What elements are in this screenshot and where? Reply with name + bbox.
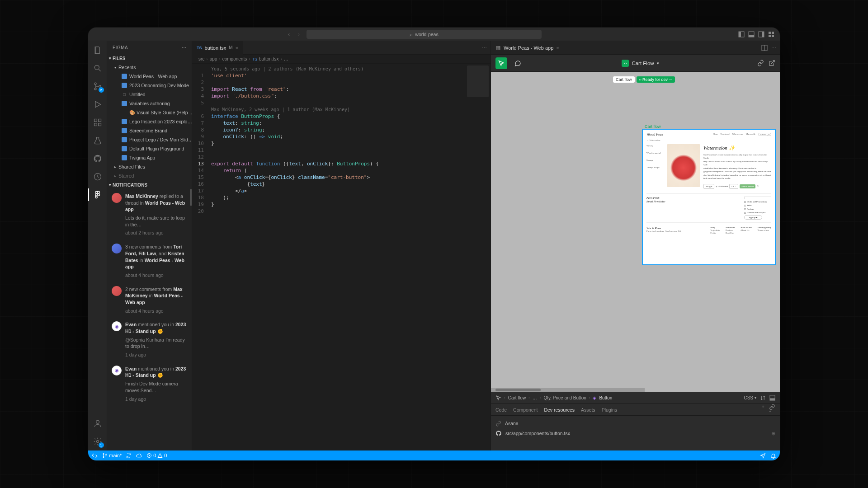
run-debug-icon[interactable] (92, 99, 103, 110)
file-item[interactable]: Project Lego / Dev Mon Slid… (107, 135, 192, 144)
file-item[interactable]: World Peas - Web app (107, 72, 192, 81)
file-item[interactable]: Variables authoring (107, 99, 192, 108)
inspect-back-icon[interactable] (495, 395, 501, 401)
file-item[interactable]: Twigma App (107, 153, 192, 162)
figma-tab-close-icon[interactable]: × (556, 45, 559, 51)
frame-label[interactable]: Cart flow (645, 124, 661, 129)
files-section[interactable]: ▾FILES (107, 54, 192, 63)
notification-item[interactable]: Max McKinney replied to a thread in Worl… (107, 189, 192, 240)
sort-icon[interactable] (760, 395, 766, 401)
settings-icon[interactable]: 1 (92, 436, 103, 447)
nav-forward[interactable]: › (295, 30, 303, 38)
timeline-icon[interactable] (92, 171, 103, 182)
search-input[interactable]: ⌕ world-peas (307, 30, 542, 39)
errors-warnings[interactable]: 0 0 (146, 453, 167, 458)
minimap[interactable] (467, 66, 489, 97)
figma-canvas[interactable]: Cart flow ‹› Ready for dev ··· Cart flow… (491, 72, 780, 392)
svg-rect-5 (762, 32, 764, 37)
panel-icon[interactable] (769, 395, 775, 401)
figma-toolbar: ‹› Cart Flow ▾ (491, 55, 780, 72)
notifications-section[interactable]: ▾NOTIFICATIONS (107, 180, 192, 189)
code-editor[interactable]: 1234567891011121314151617181920 You, 5 s… (192, 64, 491, 450)
sync-icon[interactable] (126, 453, 132, 458)
cloud-icon[interactable] (136, 453, 142, 459)
status-bar: main* 0 0 (88, 450, 780, 460)
testing-icon[interactable] (92, 135, 103, 146)
notification-item[interactable]: 2 new comments from Max McKinney in Worl… (107, 282, 192, 318)
file-item[interactable]: 🎨 Visual Style Guide (Help … (107, 108, 192, 117)
notification-item[interactable]: ◉Evan mentioned you in 2023 H1 - Stand u… (107, 318, 192, 361)
panel-more-icon[interactable]: ⋯ (771, 45, 776, 51)
feedback-icon[interactable] (760, 453, 766, 459)
add-resource-icon[interactable]: + (762, 404, 764, 416)
layout-right-icon[interactable] (757, 30, 765, 38)
sidebar-more-icon[interactable]: ⋯ (182, 45, 187, 50)
explorer-icon[interactable] (92, 45, 103, 56)
file-item[interactable]: Lego Inspection 2023 explo… (107, 117, 192, 126)
shared-files[interactable]: ▸Shared Files (107, 162, 192, 171)
layout-bottom-icon[interactable] (747, 30, 755, 38)
recents-folder[interactable]: ▾Recents (107, 63, 192, 72)
resource-asana[interactable]: Asana (495, 418, 775, 428)
pin-icon[interactable]: ⊕ (771, 431, 775, 436)
inspect-tab[interactable]: Component (513, 407, 538, 413)
code-content[interactable]: You, 5 seconds ago | 2 authors (Max McKi… (208, 64, 491, 450)
remote-indicator[interactable] (92, 453, 98, 459)
figma-file-tab[interactable]: ▦ World Peas - Web app × (491, 41, 564, 55)
editor-tab[interactable]: TS button.tsx M × (192, 41, 243, 55)
share-link-icon[interactable] (757, 60, 764, 66)
notification-item[interactable]: 3 new comments from Tori Ford, Fifi Law,… (107, 240, 192, 282)
tab-dirty-indicator: M (229, 45, 232, 50)
inspect-tab[interactable]: Code (495, 407, 507, 413)
code-lens[interactable]: Max McKinney, 2 weeks ago | 1 author (Ma… (211, 106, 491, 113)
notifications-icon[interactable] (770, 453, 776, 459)
search-icon[interactable] (92, 63, 103, 74)
section-badge[interactable]: Cart flow (613, 76, 635, 83)
svg-rect-27 (122, 101, 127, 106)
canvas-scrollbar[interactable] (491, 388, 645, 392)
svg-rect-9 (772, 35, 774, 37)
figma-page-title[interactable]: ‹› Cart Flow ▾ (622, 60, 659, 67)
resource-github[interactable]: src/app/components/button.tsx ⊕ (495, 428, 775, 438)
main-area: 2 (88, 41, 780, 450)
sidebar: FIGMA ⋯ ▾FILES ▾Recents World Peas - Web… (107, 41, 192, 450)
layout-primary-icon[interactable] (737, 30, 745, 38)
nav-back[interactable]: ‹ (285, 30, 293, 38)
inspect-tab[interactable]: Plugins (602, 407, 617, 413)
extensions-icon[interactable] (92, 117, 103, 128)
file-item[interactable]: □Untitled (107, 90, 192, 99)
figma-icon[interactable] (92, 189, 103, 200)
account-icon[interactable] (92, 418, 103, 429)
selected-frame[interactable]: World Peas Shop Newstand Who we are My p… (643, 130, 775, 264)
code-lens[interactable]: You, 5 seconds ago | 2 authors (Max McKi… (211, 66, 491, 72)
file-item[interactable]: Default Plugin Playground (107, 144, 192, 153)
ready-for-dev-badge[interactable]: ‹› Ready for dev ··· (637, 76, 675, 83)
inspect-tab[interactable]: Dev resources (544, 407, 575, 413)
svg-point-19 (95, 192, 97, 194)
breadcrumb[interactable]: src› app› components› TS button.tsx› … (192, 55, 491, 64)
inspect-tab[interactable]: Assets (581, 407, 595, 413)
comment-tool[interactable] (512, 57, 524, 69)
notification-item[interactable]: ◉Evan mentioned you in 2023 H1 - Stand u… (107, 362, 192, 406)
panel-split-icon[interactable] (761, 45, 768, 51)
inspect-tool[interactable] (495, 57, 507, 69)
figma-inspect-panel: › Cart flow › … › Qty, Price and Button … (491, 392, 780, 450)
tab-close-icon[interactable]: × (236, 45, 238, 51)
branch-indicator[interactable]: main* (102, 453, 122, 458)
tab-more-icon[interactable]: ⋯ (478, 45, 491, 51)
svg-point-12 (94, 88, 96, 90)
open-external-icon[interactable] (769, 60, 775, 66)
chevron-down-icon: ▾ (657, 61, 659, 66)
source-control-icon[interactable]: 2 (92, 81, 103, 92)
lang-dropdown[interactable]: CSS▾ (744, 395, 756, 400)
starred-files[interactable]: ▸Starred (107, 171, 192, 180)
github-icon[interactable] (92, 153, 103, 164)
svg-rect-6 (769, 32, 771, 34)
layout-grid-icon[interactable] (767, 30, 775, 38)
activity-bar: 2 (88, 41, 107, 450)
source-control-badge: 2 (99, 87, 104, 93)
link-plus-icon[interactable]: + (769, 404, 775, 416)
file-item[interactable]: Screentime Brand (107, 126, 192, 135)
file-item[interactable]: 2023 Onboarding Dev Mode (107, 81, 192, 90)
svg-rect-7 (772, 32, 774, 34)
